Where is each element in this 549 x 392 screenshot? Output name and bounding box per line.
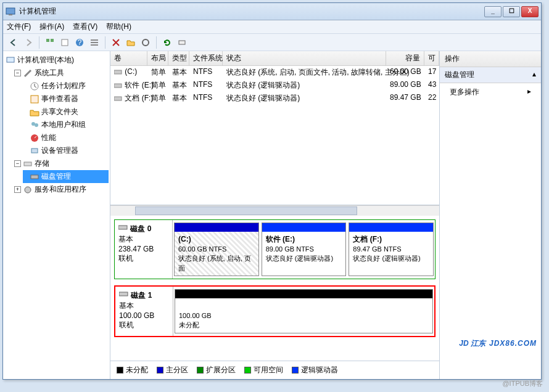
svg-rect-19 [24,162,31,166]
partition[interactable]: 100.00 GB未分配 [175,289,433,333]
back-button[interactable] [7,36,20,49]
list-button[interactable] [88,36,101,49]
svg-rect-8 [91,42,98,43]
disk-info: 磁盘 1基本100.00 GB联机 [115,287,173,336]
tools-icon [23,68,33,78]
window-title: 计算机管理 [19,6,483,17]
tree-disk-management[interactable]: 磁盘管理 [23,170,109,183]
menu-file[interactable]: 文件(F) [7,22,31,32]
svg-point-21 [25,187,31,193]
horizontal-scrollbar[interactable] [110,205,439,216]
col-status[interactable]: 状态 [223,51,386,65]
event-icon [30,94,39,104]
col-volume[interactable]: 卷 [110,51,147,65]
storage-icon [23,159,33,169]
svg-rect-23 [114,84,122,88]
svg-rect-20 [31,175,38,179]
svg-rect-11 [179,41,185,44]
refresh-button[interactable] [160,36,174,49]
perf-icon [30,133,39,143]
svg-rect-3 [51,39,54,42]
svg-rect-26 [119,292,128,296]
properties-button[interactable] [58,36,72,49]
disk-row[interactable]: 磁盘 1基本100.00 GB联机100.00 GB未分配 [114,285,435,337]
svg-rect-25 [118,226,127,229]
action-more[interactable]: 更多操作 ▸ [440,83,541,101]
actions-section[interactable]: 磁盘管理 ▴ [440,67,541,83]
volume-list[interactable]: 卷 布局 类型 文件系统 状态 容量 可 (C:)简单基本NTFS状态良好 (系… [110,51,439,205]
disk-row[interactable]: 磁盘 0基本238.47 GB联机(C:)60.00 GB NTFS状态良好 (… [114,219,435,279]
svg-rect-24 [114,97,122,100]
tree-task-scheduler[interactable]: 任务计划程序 [23,80,109,92]
svg-rect-1 [9,14,12,15]
tree-users-groups[interactable]: 本地用户和组 [23,118,109,131]
close-button[interactable]: X [521,6,539,17]
app-window: 计算机管理 _ ☐ X 文件(F) 操作(A) 查看(V) 帮助(H) ? [2,2,542,380]
svg-rect-22 [114,70,122,74]
delete-button[interactable] [109,36,123,49]
collapse-icon: ▴ [532,70,536,80]
svg-point-16 [35,123,38,127]
volume-row[interactable]: 文档 (F:)简单基本NTFS状态良好 (逻辑驱动器)89.47 GB22 [110,92,439,105]
footer-watermark: @ITPUB博客 [502,379,543,388]
help-button[interactable]: ? [73,36,86,49]
menu-action[interactable]: 操作(A) [39,22,64,32]
tree-event-viewer[interactable]: 事件查看器 [23,92,109,105]
col-type[interactable]: 类型 [168,51,189,65]
col-fs[interactable]: 文件系统 [189,51,223,65]
col-avail[interactable]: 可 [424,51,439,65]
tree-root[interactable]: 计算机管理(本地) [6,54,109,67]
forward-button[interactable] [22,36,35,49]
svg-text:?: ? [78,38,82,47]
menubar: 文件(F) 操作(A) 查看(V) 帮助(H) [3,20,541,34]
tree-performance[interactable]: 性能 [23,131,109,144]
col-layout[interactable]: 布局 [147,51,168,65]
actions-header: 操作 [440,51,541,67]
tree-services-apps[interactable]: +服务和应用程序 [14,183,109,196]
folder-share-icon [30,107,39,117]
tree-storage[interactable]: −存储 [14,157,109,170]
svg-rect-0 [6,8,15,14]
svg-rect-4 [62,39,68,46]
volume-header[interactable]: 卷 布局 类型 文件系统 状态 容量 可 [110,51,439,66]
partition[interactable]: (C:)60.00 GB NTFS状态良好 (系统, 启动, 页面 [174,223,259,276]
device-icon [30,146,39,156]
main-pane: 卷 布局 类型 文件系统 状态 容量 可 (C:)简单基本NTFS状态良好 (系… [110,51,440,379]
menu-help[interactable]: 帮助(H) [106,22,131,32]
computer-icon [6,55,15,65]
volume-row[interactable]: (C:)简单基本NTFS状态良好 (系统, 启动, 页面文件, 活动, 故障转储… [110,66,439,79]
svg-rect-14 [31,96,38,103]
svg-rect-18 [31,149,38,153]
svg-rect-9 [91,44,98,46]
partition[interactable]: 软件 (E:)89.00 GB NTFS状态良好 (逻辑驱动器) [262,223,347,276]
nav-tree[interactable]: 计算机管理(本地) −系统工具 任务计划程序 事件查看器 共享文件夹 本地用户和… [3,51,110,379]
app-icon [6,7,15,17]
toolbar: ? [3,34,541,51]
tree-shared-folders[interactable]: 共享文件夹 [23,105,109,118]
actions-pane: 操作 磁盘管理 ▴ 更多操作 ▸ [440,51,541,379]
tree-system-tools[interactable]: −系统工具 [14,67,109,80]
col-capacity[interactable]: 容量 [386,51,424,65]
scrollbar-thumb[interactable] [135,206,357,215]
clock-icon [30,81,39,91]
view-grid-button[interactable] [43,36,57,49]
tree-device-manager[interactable]: 设备管理器 [23,144,109,157]
options-button[interactable] [139,36,152,49]
svg-rect-2 [46,39,49,42]
svg-rect-12 [7,57,14,62]
maximize-button[interactable]: ☐ [503,6,520,17]
legend: 未分配 主分区 扩展分区 可用空间 逻辑驱动器 [110,361,439,379]
disk-graph[interactable]: 磁盘 0基本238.47 GB联机(C:)60.00 GB NTFS状态良好 (… [110,216,439,361]
submenu-icon: ▸ [527,87,531,97]
titlebar[interactable]: 计算机管理 _ ☐ X [3,3,541,20]
minimize-button[interactable]: _ [484,6,502,17]
volume-row[interactable]: 软件 (E:)简单基本NTFS状态良好 (逻辑驱动器)89.00 GB43 [110,79,439,92]
disk-info: 磁盘 0基本238.47 GB联机 [115,220,173,279]
rescan-button[interactable] [175,36,189,49]
menu-view[interactable]: 查看(V) [73,22,97,32]
svg-point-10 [142,39,149,46]
svg-rect-7 [91,39,98,41]
partition[interactable]: 文档 (F:)89.47 GB NTFS状态良好 (逻辑驱动器) [349,223,434,276]
open-button[interactable] [124,36,138,49]
users-icon [30,120,39,130]
